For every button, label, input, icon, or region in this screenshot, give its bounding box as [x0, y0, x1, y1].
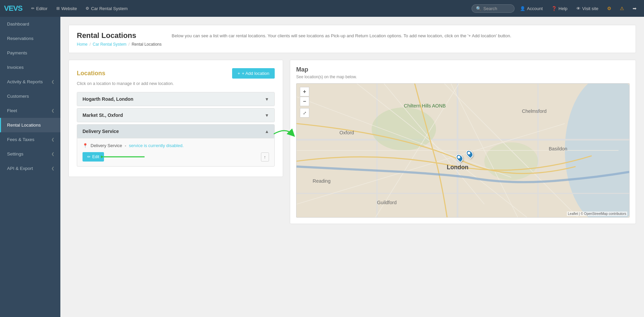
sidebar-item-dashboard[interactable]: Dashboard: [0, 17, 60, 31]
location-row-hogarth: Hogarth Road, London ▼: [77, 92, 275, 106]
locations-card-header: Locations + + Add location: [77, 68, 275, 79]
sidebar-reservations-label: Reservations: [7, 36, 34, 41]
sidebar-rental-locations-label: Rental Locations: [7, 123, 41, 128]
nav-account[interactable]: 👤 Account: [517, 4, 546, 13]
locations-column: Locations + + Add location Click on a lo…: [68, 60, 283, 177]
sidebar-activity-label: Activity & Reports: [7, 79, 43, 84]
pin-icon-1: [454, 153, 465, 163]
pin-icon-2: [465, 149, 475, 159]
sidebar-item-rental-locations[interactable]: Rental Locations: [0, 118, 60, 132]
svg-text:Reading: Reading: [313, 178, 331, 184]
help-icon: ❓: [551, 6, 557, 11]
search-input[interactable]: [483, 6, 510, 11]
logo-accent: S: [18, 4, 22, 12]
location-delivery-body: 📍 Delivery Service - service is currentl…: [77, 138, 274, 166]
location-market-name: Market St., Oxford: [83, 112, 123, 118]
search-box[interactable]: 🔍: [472, 4, 515, 13]
content-area: Rental Locations Home / Car Rental Syste…: [60, 17, 644, 317]
logo[interactable]: VEVS: [4, 4, 22, 13]
svg-text:London: London: [447, 164, 468, 171]
locations-card-subtitle: Click on a location to manage it or add …: [77, 81, 275, 86]
fullscreen-button[interactable]: ⤢: [300, 108, 309, 118]
sidebar-item-invoices[interactable]: Invoices: [0, 60, 60, 75]
nav-website[interactable]: ⊞ Website: [53, 4, 80, 13]
nav-help[interactable]: ❓ Help: [548, 4, 571, 13]
locations-card-title: Locations: [77, 70, 105, 77]
location-row-market-header[interactable]: Market St., Oxford ▼: [77, 108, 274, 122]
svg-text:Guildford: Guildford: [377, 200, 396, 205]
sidebar-item-api-export[interactable]: API & Export ❮: [0, 161, 60, 176]
sidebar-item-activity-reports[interactable]: Activity & Reports ❮: [0, 75, 60, 89]
visit-site-label: Visit site: [582, 6, 598, 11]
location-row-delivery: Delivery Service ▲ 📍 Delivery Service - …: [77, 124, 275, 167]
sidebar-item-customers[interactable]: Customers: [0, 89, 60, 103]
add-location-label: + Add location: [242, 71, 269, 76]
green-arrow-to-edit: [101, 153, 145, 161]
plus-icon: +: [237, 71, 240, 76]
sidebar-item-reservations[interactable]: Reservations: [0, 31, 60, 46]
sidebar-payments-label: Payments: [7, 50, 27, 55]
add-location-button[interactable]: + + Add location: [232, 68, 275, 79]
page-header: Rental Locations Home / Car Rental Syste…: [68, 25, 636, 53]
svg-text:Basildon: Basildon: [549, 146, 567, 151]
location-row-hogarth-header[interactable]: Hogarth Road, London ▼: [77, 92, 274, 106]
nav-visit-site[interactable]: 👁 Visit site: [573, 4, 602, 13]
sidebar-item-payments[interactable]: Payments: [0, 46, 60, 60]
sidebar-api-label: API & Export: [7, 166, 33, 171]
map-title: Map: [296, 66, 630, 73]
warning-icon-btn[interactable]: ⚠: [616, 3, 627, 14]
map-column: Map See location(s) on the map below.: [290, 60, 636, 224]
location-delivery-detail: 📍 Delivery Service - service is currentl…: [83, 143, 269, 148]
green-arrow-to-row: [274, 127, 297, 141]
nav-editor[interactable]: ✏ Editor: [28, 4, 51, 13]
location-delivery-actions: ✏ Edit ↑: [83, 152, 269, 162]
zoom-out-button[interactable]: −: [300, 97, 309, 106]
map-container[interactable]: London Oxford Chelmsford Reading Guildfo…: [296, 83, 630, 218]
svg-text:Oxford: Oxford: [339, 130, 354, 135]
breadcrumb-car-rental[interactable]: Car Rental System: [93, 42, 126, 47]
sidebar-item-fees-taxes[interactable]: Fees & Taxes ❮: [0, 132, 60, 147]
page-header-left: Rental Locations Home / Car Rental Syste…: [77, 31, 162, 47]
gear-icon: ⚙: [86, 6, 89, 11]
exit-icon-btn[interactable]: ➡: [629, 3, 640, 14]
help-label: Help: [558, 6, 568, 11]
svg-text:Chiltern Hills AONB: Chiltern Hills AONB: [404, 103, 446, 108]
location-delivery-dash: -: [125, 143, 126, 148]
location-delivery-detail-name: Delivery Service: [91, 143, 122, 148]
move-up-button[interactable]: ↑: [261, 152, 269, 162]
logo-text: VEV: [4, 4, 18, 12]
sidebar-customers-label: Customers: [7, 94, 29, 99]
sidebar-invoices-label: Invoices: [7, 65, 24, 70]
svg-point-8: [372, 107, 436, 150]
nav-car-rental[interactable]: ⚙ Car Rental System: [82, 4, 131, 13]
chevron-fees-icon: ❮: [51, 137, 54, 142]
two-column-layout: Locations + + Add location Click on a lo…: [68, 60, 636, 224]
pencil-icon: ✏: [31, 6, 35, 11]
map-marker-2: [466, 150, 473, 160]
map-attribution: Leaflet | © OpenStreetMap contributors: [567, 212, 627, 216]
sidebar-item-settings[interactable]: Settings ❮: [0, 147, 60, 161]
pin-icon: 📍: [83, 143, 88, 148]
chevron-down-hogarth-icon: ▼: [265, 97, 269, 102]
map-marker-1: [456, 154, 463, 164]
sidebar-item-fleet[interactable]: Fleet ❮: [0, 103, 60, 118]
sidebar-fleet-label: Fleet: [7, 108, 17, 113]
nav-editor-label: Editor: [36, 6, 48, 11]
chevron-fleet-icon: ❮: [51, 108, 54, 113]
breadcrumb-home[interactable]: Home: [77, 42, 88, 47]
sidebar: Dashboard Reservations Payments Invoices…: [0, 17, 60, 317]
eye-icon: 👁: [576, 6, 581, 11]
location-hogarth-name: Hogarth Road, London: [83, 96, 133, 102]
map-controls: + − ⤢: [300, 87, 309, 118]
chevron-settings-icon: ❮: [51, 152, 54, 156]
chevron-api-icon: ❮: [51, 166, 54, 171]
grid-icon: ⊞: [56, 6, 60, 11]
svg-point-9: [484, 142, 538, 180]
zoom-in-button[interactable]: +: [300, 87, 309, 96]
location-row-delivery-header[interactable]: Delivery Service ▲: [77, 125, 274, 138]
location-delivery-status: service is currently disabled.: [129, 143, 183, 148]
nav-car-rental-label: Car Rental System: [91, 6, 127, 11]
settings-icon-btn[interactable]: ⚙: [604, 3, 614, 14]
main-layout: Dashboard Reservations Payments Invoices…: [0, 17, 644, 317]
nav-website-label: Website: [61, 6, 77, 11]
